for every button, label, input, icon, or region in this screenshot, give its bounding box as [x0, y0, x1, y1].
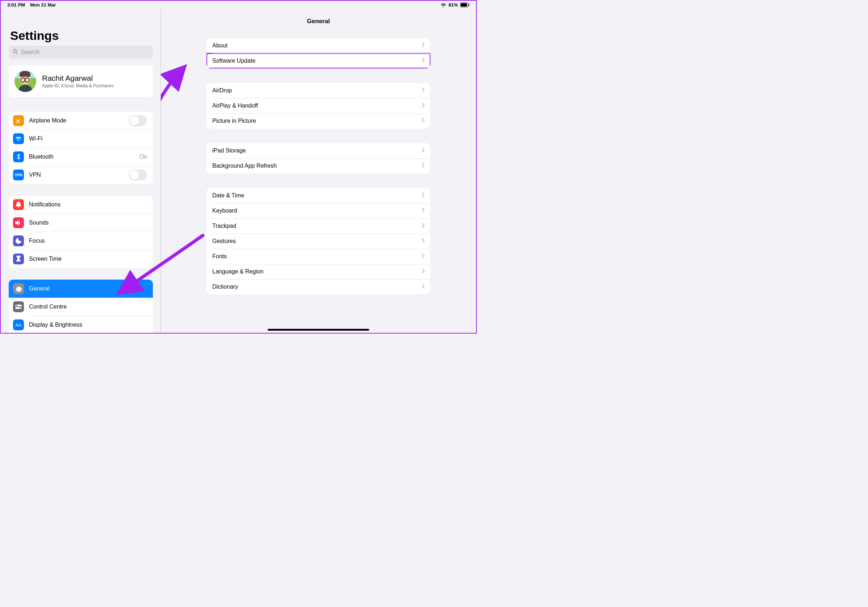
settings-row-label: Fonts [212, 253, 227, 260]
sidebar-item-label: Sounds [29, 220, 147, 226]
airplane-icon [13, 115, 24, 126]
chevron-right-icon [422, 283, 425, 290]
settings-row-fonts[interactable]: Fonts [206, 249, 430, 264]
settings-row-trackpad[interactable]: Trackpad [206, 218, 430, 234]
chevron-right-icon [422, 238, 425, 245]
battery-percentage: 81% [448, 2, 458, 8]
settings-row-date-time[interactable]: Date & Time [206, 188, 430, 203]
chevron-right-icon [422, 57, 425, 64]
settings-row-airplay-handoff[interactable]: AirPlay & Handoff [206, 98, 430, 113]
sidebar-group: NotificationsSoundsFocusScreen Time [9, 195, 153, 268]
wifi-icon [440, 3, 446, 7]
chevron-right-icon [422, 102, 425, 109]
settings-row-gestures[interactable]: Gestures [206, 234, 430, 249]
sidebar-item-bluetooth[interactable]: BluetoothOn [9, 148, 153, 166]
settings-row-label: AirDrop [212, 87, 232, 94]
chevron-right-icon [422, 147, 425, 154]
sidebar-item-display-brightness[interactable]: AADisplay & Brightness [9, 316, 153, 333]
sidebar-item-sounds[interactable]: Sounds [9, 214, 153, 232]
sidebar-item-label: General [29, 285, 147, 292]
sidebar-item-general[interactable]: General [9, 280, 153, 298]
settings-row-background-app-refresh[interactable]: Background App Refresh [206, 158, 430, 173]
toggle[interactable] [129, 169, 147, 180]
sidebar-item-screen-time[interactable]: Screen Time [9, 250, 153, 268]
settings-row-airdrop[interactable]: AirDrop [206, 83, 430, 98]
sidebar-item-vpn[interactable]: VPNVPN [9, 166, 153, 184]
sidebar-item-airplane-mode[interactable]: Airplane Mode [9, 111, 153, 130]
settings-row-software-update[interactable]: Software Update [206, 53, 430, 68]
bluetooth-icon [13, 152, 24, 162]
settings-row-language-region[interactable]: Language & Region [206, 264, 430, 279]
moon-icon [13, 235, 24, 246]
search-input[interactable] [21, 49, 149, 56]
main-title: General [307, 18, 330, 25]
settings-row-label: Language & Region [212, 268, 264, 275]
sidebar-group: Airplane ModeWi-FiBluetoothOnVPNVPN [9, 111, 153, 184]
profile-name: Rachit Agarwal [42, 74, 113, 82]
sidebar-item-wi-fi[interactable]: Wi-Fi [9, 130, 153, 148]
profile-card[interactable]: Rachit Agarwal Apple ID, iCloud, Media &… [9, 65, 153, 97]
vpn-icon: VPN [13, 169, 24, 180]
search-icon [12, 48, 18, 56]
settings-group: Date & TimeKeyboardTrackpadGesturesFonts… [206, 188, 430, 294]
status-date: Mon 21 Mar [30, 2, 56, 8]
settings-row-label: Keyboard [212, 207, 237, 214]
chevron-right-icon [422, 42, 425, 49]
sidebar-item-label: Screen Time [29, 256, 147, 262]
settings-group: AirDropAirPlay & HandoffPicture in Pictu… [206, 83, 430, 129]
settings-row-label: Background App Refresh [212, 163, 277, 169]
speaker-icon [13, 217, 24, 228]
settings-group: AboutSoftware Update [206, 38, 430, 68]
sidebar-item-notifications[interactable]: Notifications [9, 195, 153, 214]
settings-row-label: Dictionary [212, 283, 238, 290]
bell-icon [13, 199, 24, 210]
settings-row-label: Picture in Picture [212, 118, 256, 124]
svg-text:AA: AA [15, 322, 22, 328]
sidebar-item-value: On [140, 153, 147, 160]
annotation-arrow-software-update [161, 60, 204, 132]
svg-rect-2 [469, 4, 470, 6]
chevron-right-icon [422, 223, 425, 229]
toggle[interactable] [129, 115, 147, 126]
settings-group: iPad StorageBackground App Refresh [206, 143, 430, 173]
hourglass-icon [13, 254, 24, 265]
settings-row-dictionary[interactable]: Dictionary [206, 279, 430, 294]
svg-text:VPN: VPN [15, 173, 22, 177]
settings-row-label: About [212, 42, 228, 49]
search-input-container[interactable] [9, 46, 153, 59]
status-bar: 3:01 PM Mon 21 Mar 81% [1, 1, 476, 9]
chevron-right-icon [422, 163, 425, 169]
settings-row-label: Gestures [212, 238, 236, 245]
sidebar-item-label: Notifications [29, 201, 147, 208]
aa-icon: AA [13, 319, 24, 330]
settings-row-label: AirPlay & Handoff [212, 102, 258, 109]
chevron-right-icon [422, 207, 425, 214]
profile-sub: Apple ID, iCloud, Media & Purchases [42, 83, 113, 88]
svg-point-7 [20, 308, 21, 309]
svg-rect-1 [461, 3, 467, 6]
gear-icon [13, 283, 24, 294]
battery-icon [460, 3, 470, 7]
chevron-right-icon [422, 118, 425, 124]
sidebar-item-label: VPN [29, 172, 124, 178]
sidebar-item-label: Display & Brightness [29, 322, 147, 328]
switches-icon [13, 301, 24, 312]
sidebar-item-control-centre[interactable]: Control Centre [9, 298, 153, 316]
chevron-right-icon [422, 192, 425, 199]
settings-row-ipad-storage[interactable]: iPad Storage [206, 143, 430, 158]
settings-row-label: iPad Storage [212, 147, 246, 154]
avatar [14, 70, 36, 92]
settings-row-label: Trackpad [212, 223, 236, 229]
main-panel: General AboutSoftware UpdateAirDropAirPl… [161, 9, 476, 333]
sidebar-item-label: Bluetooth [29, 153, 135, 160]
sidebar-group: GeneralControl CentreAADisplay & Brightn… [9, 280, 153, 333]
chevron-right-icon [422, 253, 425, 260]
sidebar-item-label: Focus [29, 238, 147, 244]
sidebar-item-label: Wi-Fi [29, 135, 142, 142]
settings-row-about[interactable]: About [206, 38, 430, 53]
settings-row-picture-in-picture[interactable]: Picture in Picture [206, 113, 430, 129]
sidebar: Settings Rachit Agarwal Apple ID, iCloud… [1, 9, 161, 333]
sidebar-item-focus[interactable]: Focus [9, 232, 153, 250]
home-indicator[interactable] [268, 329, 369, 331]
settings-row-keyboard[interactable]: Keyboard [206, 203, 430, 218]
